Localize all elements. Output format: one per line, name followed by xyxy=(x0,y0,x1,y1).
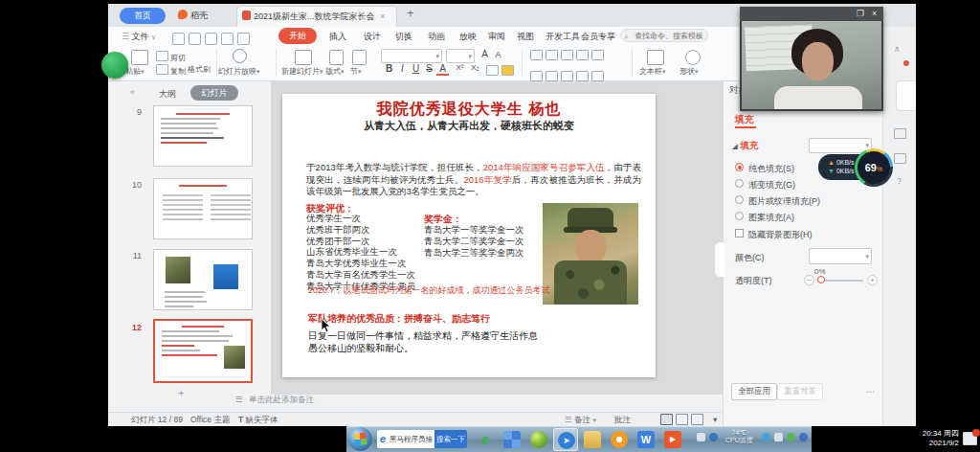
video-call-window[interactable]: ❐ × xyxy=(740,7,883,111)
solid-fill-label[interactable]: 纯色填充(S) xyxy=(748,163,794,175)
cut-button[interactable]: 剪切 xyxy=(156,51,186,63)
transparency-plus[interactable]: + xyxy=(867,275,878,285)
taskbar-ie-browser[interactable]: e xyxy=(473,428,498,451)
bold-icon[interactable]: B xyxy=(383,63,395,74)
taskbar-wpp-app[interactable]: ▶ xyxy=(660,428,685,451)
new-tab-button[interactable]: + xyxy=(407,6,414,20)
fill-tab[interactable]: 填充 xyxy=(735,113,754,126)
notes-bar[interactable]: ☰ 单击此处添加备注 xyxy=(228,395,723,412)
rail-beautify-icon[interactable] xyxy=(894,128,906,139)
menu-member[interactable]: 会员专享 xyxy=(581,30,615,44)
tab-document[interactable]: 2021级新生家...数统学院家长会 × xyxy=(236,6,397,27)
menu-review[interactable]: 审阅 xyxy=(488,30,505,44)
tab-home[interactable]: 首页 xyxy=(120,8,166,24)
rail-pane-icon[interactable] xyxy=(894,153,906,164)
menu-devtools[interactable]: 开发工具 xyxy=(546,30,580,44)
taskbar-wps-app[interactable]: W xyxy=(634,428,658,451)
line-spacing-icon[interactable] xyxy=(591,50,604,60)
menu-animation[interactable]: 动画 xyxy=(428,30,445,44)
new-slide-icon[interactable] xyxy=(295,50,312,65)
section-button[interactable]: 节▾ xyxy=(350,66,362,77)
slide-title[interactable]: 我院优秀退役大学生 杨也 xyxy=(282,100,656,120)
taskbar-search-button[interactable]: 搜索一下 xyxy=(434,430,467,448)
reset-background-button[interactable]: 重置背景 xyxy=(777,383,823,400)
transparency-slider-handle[interactable] xyxy=(817,276,825,283)
video-window-titlebar[interactable]: ❐ × xyxy=(740,7,883,21)
copy-button[interactable]: 复制 xyxy=(156,64,186,77)
slide-paragraph[interactable]: 于2013年考入数学与统计学院，担任班长，2014年响应国家号召参军入伍，由于表… xyxy=(306,162,641,198)
add-slide-button[interactable]: + xyxy=(178,387,184,398)
indent-increase-icon[interactable] xyxy=(576,50,589,60)
layout-button[interactable]: 版式▾ xyxy=(325,66,345,77)
slide-subtitle[interactable]: 从青大入伍，从青大再出发，硬核班长的蜕变 xyxy=(282,119,656,133)
sorter-view-icon[interactable] xyxy=(676,414,688,425)
tray-icon[interactable] xyxy=(709,433,718,441)
menu-file[interactable]: ☰ 文件 ∨ xyxy=(122,30,156,44)
subscript-icon[interactable]: X₂ xyxy=(469,63,481,72)
numbering-icon[interactable] xyxy=(546,50,558,60)
start-button[interactable] xyxy=(348,427,372,451)
close-window-icon[interactable]: × xyxy=(872,9,877,18)
command-search-input[interactable] xyxy=(620,29,708,42)
notes-toggle[interactable]: ☰ 备注 ▾ xyxy=(565,415,596,426)
taskbar-folder[interactable] xyxy=(580,428,605,451)
slide-thumbnail-12-selected[interactable] xyxy=(153,319,253,383)
color-combo[interactable]: ▾ xyxy=(809,248,872,264)
slideshow-button[interactable]: 幻灯片放映▾ xyxy=(218,66,260,77)
align-left-icon[interactable] xyxy=(530,71,543,81)
taskbar-recorder-app[interactable] xyxy=(607,428,632,451)
decrease-font-icon[interactable]: A xyxy=(492,50,504,59)
slide-thumbnail-9[interactable] xyxy=(153,105,253,167)
taskbar-360-app[interactable] xyxy=(526,428,551,451)
taskbar-media-app[interactable] xyxy=(500,428,524,451)
slideshow-play-icon[interactable] xyxy=(233,49,247,63)
rail-chevron-up-icon[interactable]: ∧ xyxy=(894,44,901,54)
bullets-icon[interactable] xyxy=(530,50,543,60)
notification-icon[interactable] xyxy=(963,432,977,445)
save-icon[interactable] xyxy=(172,33,185,45)
print-preview-icon[interactable] xyxy=(205,33,217,45)
increase-font-icon[interactable]: A xyxy=(479,49,491,59)
paste-icon[interactable] xyxy=(131,50,148,65)
transparency-minus[interactable]: − xyxy=(804,275,814,285)
soldier-photo[interactable] xyxy=(543,203,638,305)
radio-gradient-fill[interactable] xyxy=(735,179,744,188)
tab-slides[interactable]: 幻灯片 xyxy=(190,85,238,101)
tab-docer[interactable]: 稻壳 xyxy=(178,9,208,23)
tray-flag-icon[interactable] xyxy=(774,433,783,441)
underline-icon[interactable]: U xyxy=(410,63,422,74)
panel-collapse-handle[interactable] xyxy=(714,241,724,278)
print-icon[interactable] xyxy=(189,33,201,45)
justify-icon[interactable] xyxy=(576,71,589,81)
radio-picture-fill[interactable] xyxy=(735,195,744,204)
menu-transition[interactable]: 切换 xyxy=(395,30,412,44)
menu-design[interactable]: 设计 xyxy=(364,30,381,44)
slide-thumbnail-11[interactable] xyxy=(153,249,253,310)
hide-background-label[interactable]: 隐藏背景图形(H) xyxy=(748,229,813,241)
paste-button[interactable]: 粘贴▾ xyxy=(125,66,145,77)
clear-format-icon[interactable] xyxy=(486,65,499,76)
tray-icon[interactable] xyxy=(787,433,795,441)
slide-thumbnail-10[interactable] xyxy=(153,178,253,239)
align-center-icon[interactable] xyxy=(546,71,558,81)
indent-decrease-icon[interactable] xyxy=(561,50,573,60)
tab-outline[interactable]: 大纲 xyxy=(159,88,176,101)
floating-assistant-bubble[interactable] xyxy=(101,52,128,79)
taskbar-remote-app-active[interactable]: ➤ xyxy=(553,428,578,451)
reading-view-icon[interactable] xyxy=(691,414,703,425)
missing-font-indicator[interactable]: T 缺失字体 xyxy=(238,415,278,426)
strikethrough-icon[interactable]: S xyxy=(423,63,435,74)
menu-view[interactable]: 视图 xyxy=(517,30,534,44)
undo-icon[interactable] xyxy=(221,33,234,45)
tray-icon[interactable] xyxy=(762,433,770,441)
pattern-fill-label[interactable]: 图案填充(A) xyxy=(748,212,794,224)
columns-icon[interactable] xyxy=(591,71,604,81)
tray-icon[interactable] xyxy=(697,433,705,441)
comments-toggle[interactable]: 批注 xyxy=(614,415,631,426)
menu-slideshow[interactable]: 放映 xyxy=(459,30,477,44)
font-name-combo[interactable]: ▾ xyxy=(381,49,442,63)
radio-pattern-fill[interactable] xyxy=(735,212,744,220)
theme-name[interactable]: Office 主题 xyxy=(190,415,230,426)
normal-view-icon[interactable] xyxy=(660,414,673,425)
picture-fill-label[interactable]: 图片或纹理填充(P) xyxy=(748,195,820,208)
